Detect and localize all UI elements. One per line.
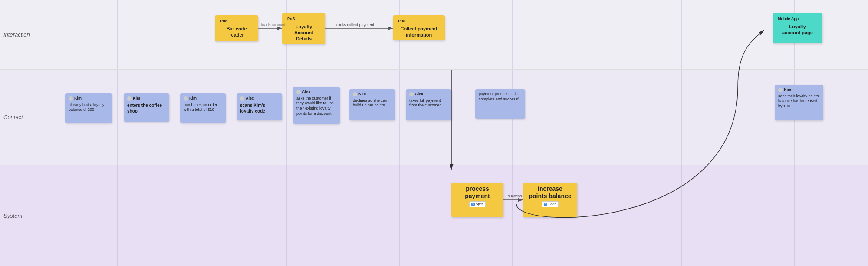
card-actor-kim2: Kim [127, 96, 166, 101]
card-text-kim1: already had a loyalty balance of 200 [69, 103, 108, 113]
card-kim-enters[interactable]: Kim enters the coffee shop [124, 93, 169, 122]
col-divider [569, 70, 569, 165]
col-divider [512, 0, 513, 69]
card-actor-kim4: Kim [353, 92, 391, 97]
label-interaction: Interaction [0, 31, 61, 38]
card-kim-sees[interactable]: Kim sees their loyalty points balance ha… [775, 85, 823, 120]
card-text-alex3: takes full payment from the customer [409, 98, 448, 108]
card-pos-barcode-header: PoS [218, 18, 230, 24]
col-divider [230, 70, 230, 165]
interaction-arrows-svg: loads account clicks collect payment [61, 0, 868, 69]
card-increase-points[interactable]: increasepoints balance $ Spec [523, 183, 577, 217]
col-divider [117, 70, 118, 165]
spec-label-increase: Spec [548, 202, 556, 206]
card-pos-barcode[interactable]: PoS Bar codereader [215, 15, 258, 41]
card-text-processing: payment processing is complete and succe… [479, 92, 522, 102]
card-alex-payment[interactable]: Alex takes full payment from the custome… [406, 89, 451, 120]
col-divider [738, 165, 738, 266]
col-divider [681, 70, 682, 165]
col-divider [286, 70, 287, 165]
arrow-label-success: success [508, 194, 522, 198]
card-mobileapp-title: Loyaltyaccount page [776, 23, 819, 36]
card-pos-collect-title: Collect paymentinformation [396, 26, 441, 38]
col-divider [625, 165, 625, 266]
col-divider [512, 165, 513, 266]
card-payment-processing[interactable]: payment processing is complete and succe… [475, 89, 525, 119]
card-actor-kim1: Kim [69, 96, 108, 101]
card-pos-collect[interactable]: PoS Collect paymentinformation [393, 15, 445, 40]
card-mobileapp-header: Mobile App [776, 16, 800, 22]
card-process-payment-title: processpayment [455, 185, 500, 200]
col-divider [343, 70, 343, 165]
col-divider [851, 70, 851, 165]
col-divider [851, 0, 851, 69]
col-divider [399, 70, 400, 165]
card-text-alex1: scans Kim's loyalty code [240, 103, 279, 114]
col-divider [738, 0, 738, 69]
card-alex-asks[interactable]: Alex asks the customer if they would lik… [293, 87, 340, 124]
card-kim-balance[interactable]: Kim already had a loyalty balance of 200 [65, 93, 112, 123]
card-pos-loyalty-title: LoyaltyAccountDetails [286, 23, 322, 42]
card-kim-declines[interactable]: Kim declines so she can build up her poi… [349, 89, 395, 120]
card-actor-alex2: Alex [296, 90, 336, 95]
col-divider [681, 0, 682, 69]
card-alex-scans[interactable]: Alex scans Kim's loyalty code [237, 93, 282, 120]
spec-badge-increase[interactable]: $ Spec [542, 201, 558, 207]
col-divider [343, 165, 343, 266]
lane-context-content: Kim already had a loyalty balance of 200… [61, 70, 868, 165]
col-divider [625, 70, 625, 165]
card-pos-loyalty[interactable]: PoS LoyaltyAccountDetails [282, 13, 326, 44]
card-pos-loyalty-header: PoS [286, 16, 297, 22]
col-divider [794, 165, 795, 266]
lane-system-content: processpayment $ Spec increasepoints bal… [61, 165, 868, 266]
col-divider [117, 165, 118, 266]
col-divider [851, 165, 851, 266]
card-text-alex2: asks the customer if they would like to … [296, 96, 336, 116]
spec-icon-process: $ [471, 203, 475, 206]
card-pos-barcode-title: Bar codereader [218, 26, 255, 38]
card-text-kim5: sees their loyalty points balance has in… [778, 94, 820, 109]
card-text-kim4: declines so she can build up her points [353, 98, 391, 108]
col-divider [174, 0, 174, 69]
col-divider [625, 0, 625, 69]
lane-interaction: Interaction PoS Bar codereader [0, 0, 868, 70]
card-actor-kim5: Kim [778, 87, 820, 93]
spec-icon-increase: $ [544, 203, 547, 206]
col-divider [456, 0, 456, 69]
col-divider [456, 70, 456, 165]
col-divider [286, 165, 287, 266]
card-text-kim2: enters the coffee shop [127, 103, 166, 114]
col-divider [230, 165, 230, 266]
col-divider [681, 165, 682, 266]
lane-context: Context Kim already had a loyalty [0, 70, 868, 165]
col-divider [174, 70, 174, 165]
col-divider [343, 0, 343, 69]
card-kim-purchases[interactable]: Kim purchases an order with a total of $… [180, 93, 226, 123]
label-system: System [0, 213, 61, 219]
card-text-kim3: purchases an order with a total of $10 [184, 103, 222, 113]
spec-badge-process[interactable]: $ Spec [469, 201, 486, 207]
lane-interaction-content: PoS Bar codereader PoS LoyaltyAccountDet… [61, 0, 868, 69]
card-mobileapp[interactable]: Mobile App Loyaltyaccount page [773, 13, 822, 43]
card-actor-alex1: Alex [240, 96, 279, 101]
card-pos-collect-header: PoS [396, 18, 408, 24]
lane-system: System processpayment $ Spec [0, 165, 868, 266]
arrow-label-clicks-collect: clicks collect payment [336, 23, 375, 27]
spec-label-process: Spec [476, 202, 483, 206]
diagram-container: Interaction PoS Bar codereader [0, 0, 868, 266]
col-divider [738, 70, 738, 165]
col-divider [399, 165, 400, 266]
col-divider [569, 0, 569, 69]
col-divider [117, 0, 118, 69]
label-context: Context [0, 114, 61, 120]
card-actor-kim3: Kim [184, 96, 222, 101]
card-process-payment[interactable]: processpayment $ Spec [451, 183, 503, 217]
card-actor-alex3: Alex [409, 92, 448, 97]
col-divider [174, 165, 174, 266]
card-increase-points-title: increasepoints balance [526, 185, 574, 200]
